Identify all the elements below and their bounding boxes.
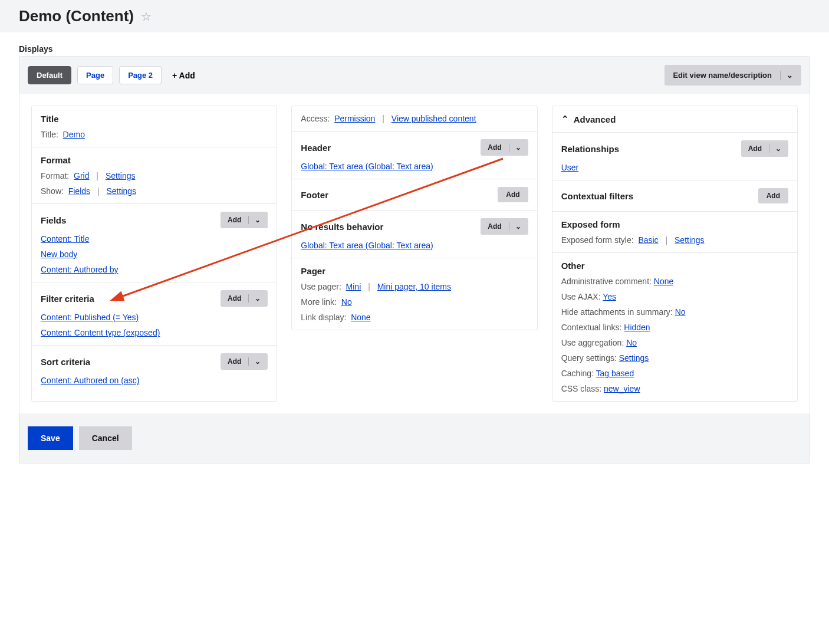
other-value-link[interactable]: None bbox=[654, 277, 673, 286]
header-item-link[interactable]: Global: Text area (Global: Text area) bbox=[301, 162, 433, 171]
other-heading: Other bbox=[561, 261, 788, 271]
cancel-button[interactable]: Cancel bbox=[79, 426, 132, 450]
noresults-add-button[interactable]: Add ⌄ bbox=[481, 218, 528, 235]
chevron-down-icon: ⌄ bbox=[248, 216, 261, 224]
filter-heading: Filter criteria bbox=[41, 294, 94, 304]
sort-link[interactable]: Content: Authored on (asc) bbox=[41, 376, 139, 385]
tabs-row: Default Page Page 2 + Add Edit view name… bbox=[19, 57, 810, 94]
chevron-down-icon: ⌄ bbox=[509, 143, 521, 152]
panel-middle-wrap: Access: Permission | View published cont… bbox=[291, 106, 537, 402]
section-other: Other Administrative comment: None Use A… bbox=[552, 253, 797, 401]
pager-heading: Pager bbox=[301, 266, 528, 276]
section-access: Access: Permission | View published cont… bbox=[292, 106, 537, 132]
page-header: Demo (Content) ☆ bbox=[0, 0, 829, 32]
format-value-link[interactable]: Grid bbox=[74, 171, 89, 180]
access-perm-link[interactable]: Permission bbox=[334, 114, 375, 123]
edit-view-label: Edit view name/description bbox=[673, 71, 772, 80]
panel-left: Title Title: Demo Format Format: Grid | … bbox=[31, 106, 277, 402]
exposed-settings-link[interactable]: Settings bbox=[675, 235, 705, 245]
panel-middle: Access: Permission | View published cont… bbox=[291, 106, 537, 330]
field-link[interactable]: Content: Authored by bbox=[41, 265, 119, 274]
access-label: Access: bbox=[301, 114, 330, 123]
section-title: Title Title: Demo bbox=[32, 106, 277, 147]
add-label: Add bbox=[767, 192, 780, 200]
other-label: Contextual links: bbox=[561, 323, 622, 332]
other-label: CSS class: bbox=[561, 384, 601, 393]
other-value-link[interactable]: Hidden bbox=[624, 323, 650, 332]
chevron-down-icon: ⌄ bbox=[248, 357, 261, 366]
edit-view-button[interactable]: Edit view name/description ⌄ bbox=[664, 65, 801, 86]
use-pager-label: Use pager: bbox=[301, 282, 341, 291]
field-link[interactable]: New body bbox=[41, 249, 77, 259]
other-label: Caching: bbox=[561, 369, 594, 378]
format-settings-link[interactable]: Settings bbox=[106, 171, 136, 180]
section-header-area: Header Add ⌄ Global: Text area (Global: … bbox=[292, 132, 537, 179]
noresults-item-link[interactable]: Global: Text area (Global: Text area) bbox=[301, 241, 433, 250]
relationships-add-button[interactable]: Add ⌄ bbox=[741, 140, 788, 157]
pager-detail-link[interactable]: Mini pager, 10 items bbox=[377, 282, 451, 291]
chevron-down-icon: ⌄ bbox=[780, 71, 793, 80]
add-label: Add bbox=[228, 357, 241, 366]
use-pager-link[interactable]: Mini bbox=[346, 282, 361, 291]
chevron-down-icon: ⌄ bbox=[509, 222, 521, 231]
other-value-link[interactable]: new_view bbox=[604, 384, 640, 393]
show-value-link[interactable]: Fields bbox=[68, 186, 90, 196]
access-value-link[interactable]: View published content bbox=[392, 114, 476, 123]
header-add-button[interactable]: Add ⌄ bbox=[481, 139, 528, 156]
other-label: Use AJAX: bbox=[561, 292, 601, 301]
tab-default[interactable]: Default bbox=[28, 66, 71, 84]
footer-heading: Footer bbox=[301, 190, 328, 200]
other-value-link[interactable]: No bbox=[626, 338, 637, 347]
exposed-heading: Exposed form bbox=[561, 219, 788, 229]
advanced-toggle[interactable]: ⌃ Advanced bbox=[552, 106, 797, 133]
other-label: Hide attachments in summary: bbox=[561, 307, 673, 317]
link-display-value[interactable]: None bbox=[351, 313, 370, 322]
save-button[interactable]: Save bbox=[28, 426, 73, 450]
format-heading: Format bbox=[41, 155, 268, 165]
header-heading: Header bbox=[301, 143, 331, 153]
section-relationships: Relationships Add ⌄ User bbox=[552, 133, 797, 180]
exposed-label: Exposed form style: bbox=[561, 235, 634, 245]
more-link-value[interactable]: No bbox=[341, 297, 352, 307]
fields-heading: Fields bbox=[41, 215, 66, 225]
filter-link[interactable]: Content: Content type (exposed) bbox=[41, 328, 160, 337]
other-value-link[interactable]: No bbox=[675, 307, 686, 317]
title-value-link[interactable]: Demo bbox=[63, 130, 85, 139]
filter-add-button[interactable]: Add ⌄ bbox=[221, 290, 268, 307]
star-icon[interactable]: ☆ bbox=[141, 9, 152, 24]
sort-add-button[interactable]: Add ⌄ bbox=[221, 353, 268, 370]
separator: | bbox=[666, 235, 668, 245]
chevron-down-icon: ⌄ bbox=[248, 294, 261, 303]
add-display-button[interactable]: + Add bbox=[167, 67, 200, 84]
fields-add-button[interactable]: Add ⌄ bbox=[221, 212, 268, 228]
tab-page2[interactable]: Page 2 bbox=[119, 66, 162, 84]
other-value-link[interactable]: Yes bbox=[603, 292, 616, 301]
show-label: Show: bbox=[41, 186, 64, 196]
add-label: Add bbox=[506, 190, 519, 199]
other-label: Use aggregation: bbox=[561, 338, 624, 347]
footer-add-button[interactable]: Add bbox=[498, 187, 528, 202]
relationship-item-link[interactable]: User bbox=[561, 163, 579, 172]
section-contextual: Contextual filters Add bbox=[552, 180, 797, 212]
add-label: Add bbox=[228, 216, 241, 224]
contextual-add-button[interactable]: Add bbox=[758, 188, 788, 203]
tab-page[interactable]: Page bbox=[77, 66, 113, 84]
advanced-label: Advanced bbox=[574, 114, 616, 124]
displays-label: Displays bbox=[19, 44, 810, 54]
filter-link[interactable]: Content: Published (= Yes) bbox=[41, 313, 139, 322]
other-value-link[interactable]: Tag based bbox=[596, 369, 634, 378]
add-label: Add bbox=[488, 143, 501, 152]
show-settings-link[interactable]: Settings bbox=[106, 186, 136, 196]
field-link[interactable]: Content: Title bbox=[41, 234, 90, 244]
section-title-heading: Title bbox=[41, 114, 268, 124]
panel-right: ⌃ Advanced Relationships Add ⌄ User bbox=[552, 106, 798, 402]
contextual-heading: Contextual filters bbox=[561, 191, 634, 201]
section-format: Format Format: Grid | Settings Show: Fie… bbox=[32, 147, 277, 204]
exposed-value-link[interactable]: Basic bbox=[638, 235, 658, 245]
other-label: Administrative comment: bbox=[561, 277, 652, 286]
section-filter: Filter criteria Add ⌄ Content: Published… bbox=[32, 282, 277, 346]
add-label: Add bbox=[488, 222, 501, 231]
format-label: Format: bbox=[41, 171, 69, 180]
other-value-link[interactable]: Settings bbox=[619, 353, 649, 363]
panel-right-wrap: ⌃ Advanced Relationships Add ⌄ User bbox=[552, 106, 798, 402]
